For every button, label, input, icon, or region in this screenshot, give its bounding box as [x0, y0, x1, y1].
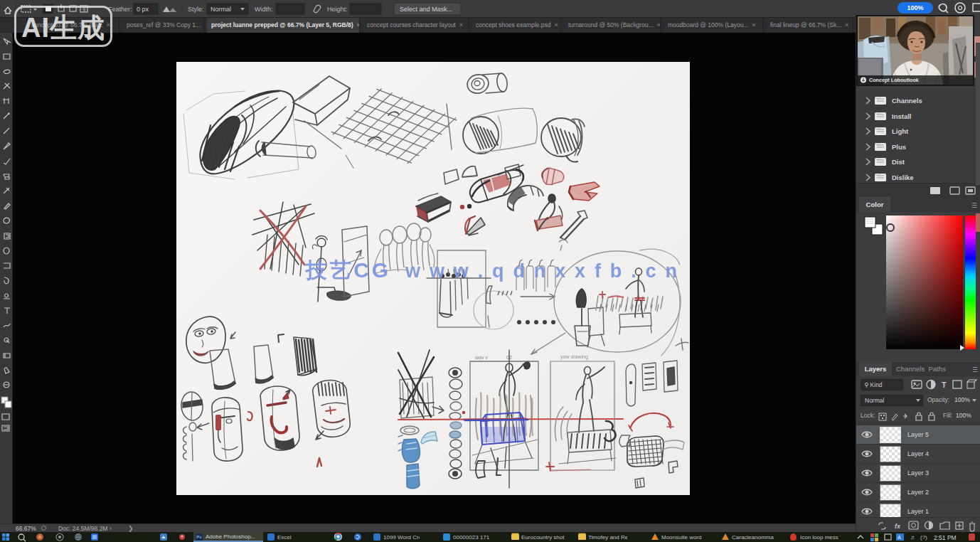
- svg-text:yow drawing: yow drawing: [560, 354, 588, 360]
- svg-text:Style:: Style:: [188, 6, 204, 13]
- svg-text:Light: Light: [892, 127, 909, 135]
- svg-text:fx: fx: [895, 523, 901, 530]
- svg-text:Normal: Normal: [211, 6, 231, 13]
- svg-text:Install: Install: [892, 112, 911, 120]
- svg-text:Concept Loboutlook: Concept Loboutlook: [869, 77, 919, 83]
- svg-text:Dist: Dist: [892, 158, 905, 166]
- svg-text:Dislike: Dislike: [892, 174, 914, 181]
- svg-text:T: T: [942, 381, 947, 389]
- svg-text:0 px: 0 px: [137, 6, 149, 13]
- svg-text:Select and Mask...: Select and Mask...: [400, 6, 452, 13]
- svg-text:技艺CG: 技艺CG: [304, 258, 388, 282]
- svg-text:wav v: wav v: [474, 355, 488, 360]
- svg-text:♬: ♬: [910, 534, 916, 541]
- svg-text:Height:: Height:: [327, 6, 348, 13]
- svg-text:Plus: Plus: [892, 143, 906, 151]
- svg-text:Channels: Channels: [892, 97, 922, 105]
- svg-text:(?): (?): [920, 534, 927, 541]
- svg-text:Width:: Width:: [255, 6, 273, 13]
- svg-text:A: A: [898, 535, 901, 540]
